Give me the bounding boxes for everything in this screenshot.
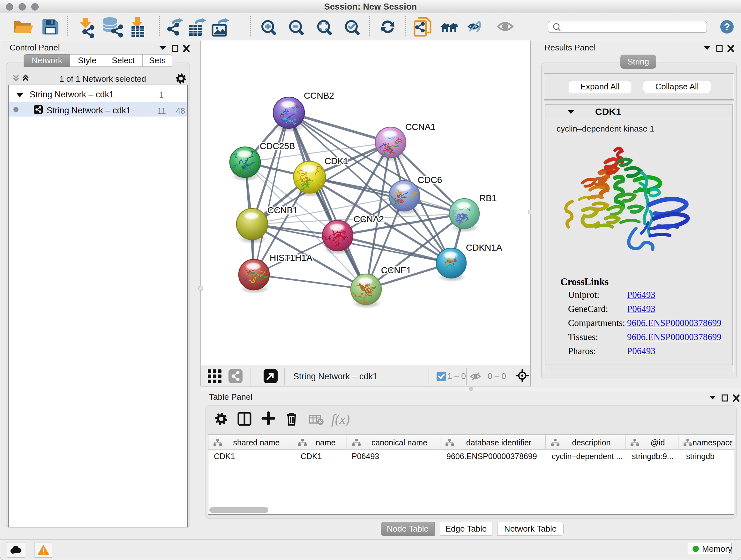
- svg-text:CCNB2: CCNB2: [304, 91, 334, 101]
- svg-text:CCNB1: CCNB1: [267, 205, 298, 215]
- svg-text:RB1: RB1: [479, 193, 496, 203]
- svg-text:String Network – cdk1: String Network – cdk1: [293, 372, 378, 381]
- svg-text:CCNA2: CCNA2: [354, 214, 384, 224]
- svg-text:HIST1H1A: HIST1H1A: [270, 253, 313, 263]
- svg-text:CDC25B: CDC25B: [260, 141, 295, 151]
- svg-text:CCNA1: CCNA1: [405, 122, 435, 132]
- svg-text:1 – 0: 1 – 0: [448, 371, 466, 381]
- svg-text:CCNE1: CCNE1: [381, 265, 411, 275]
- svg-text:f(x): f(x): [331, 412, 350, 427]
- svg-text:CDC6: CDC6: [418, 175, 442, 185]
- svg-text:?: ?: [724, 21, 730, 33]
- svg-text:CDK1: CDK1: [325, 156, 348, 166]
- svg-text:0 – 0: 0 – 0: [488, 371, 506, 381]
- svg-text:String: String: [627, 57, 649, 66]
- svg-text:CDKN1A: CDKN1A: [466, 243, 502, 253]
